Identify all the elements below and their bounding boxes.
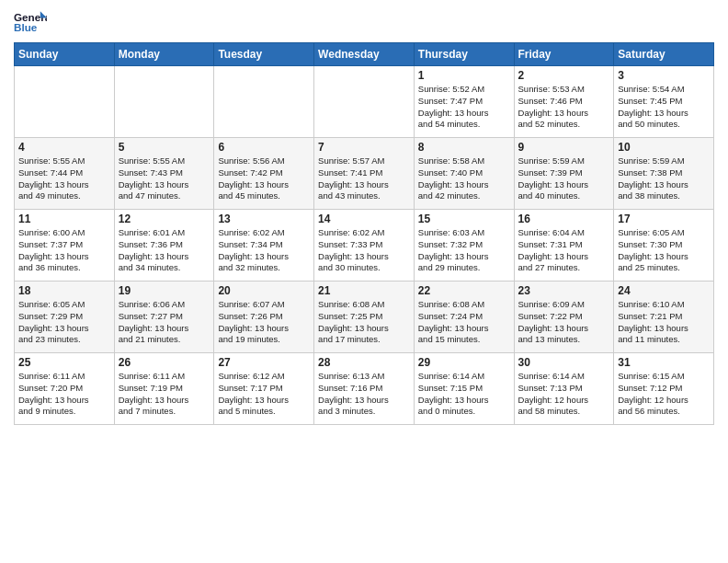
cell-info: Daylight: 13 hours (318, 395, 410, 407)
cell-info: Sunrise: 6:03 AM (418, 227, 510, 239)
cell-info: and 52 minutes. (518, 119, 610, 131)
calendar-cell: 7Sunrise: 5:57 AMSunset: 7:41 PMDaylight… (314, 138, 415, 210)
cell-info: Daylight: 12 hours (518, 395, 610, 407)
cell-info: Daylight: 13 hours (218, 395, 310, 407)
day-number: 31 (618, 356, 710, 369)
cell-info: Daylight: 13 hours (18, 323, 110, 335)
cell-info: Daylight: 13 hours (318, 179, 410, 191)
cell-info: Sunset: 7:33 PM (318, 239, 410, 251)
calendar-cell: 18Sunrise: 6:05 AMSunset: 7:29 PMDayligh… (15, 282, 115, 353)
cell-info: and 0 minutes. (418, 406, 510, 418)
cell-info: Sunset: 7:20 PM (18, 383, 110, 395)
day-of-week-header: Saturday (614, 43, 714, 66)
cell-info: Sunrise: 5:55 AM (119, 155, 210, 167)
svg-text:Blue: Blue (14, 21, 38, 33)
cell-info: Daylight: 13 hours (418, 108, 510, 120)
calendar-cell: 11Sunrise: 6:00 AMSunset: 7:37 PMDayligh… (15, 210, 115, 282)
day-number: 28 (318, 356, 410, 369)
logo-icon: General Blue (14, 9, 47, 35)
cell-info: Sunrise: 6:05 AM (18, 299, 110, 311)
cell-info: and 7 minutes. (119, 406, 210, 418)
day-number: 2 (518, 69, 610, 82)
day-number: 1 (418, 69, 510, 82)
day-of-week-header: Monday (114, 43, 214, 66)
cell-info: Sunset: 7:36 PM (119, 239, 210, 251)
cell-info: Sunrise: 6:08 AM (418, 299, 510, 311)
day-number: 30 (518, 356, 610, 369)
cell-info: Sunrise: 6:09 AM (518, 299, 610, 311)
cell-info: Daylight: 13 hours (218, 179, 310, 191)
cell-info: Sunrise: 6:15 AM (618, 371, 710, 383)
cell-info: Sunset: 7:30 PM (618, 239, 710, 251)
cell-info: and 13 minutes. (518, 334, 610, 346)
cell-info: and 21 minutes. (119, 334, 210, 346)
cell-info: and 27 minutes. (518, 262, 610, 274)
calendar-cell: 27Sunrise: 6:12 AMSunset: 7:17 PMDayligh… (214, 353, 314, 425)
cell-info: and 50 minutes. (618, 119, 710, 131)
cell-info: Sunset: 7:29 PM (18, 311, 110, 323)
page: General Blue SundayMondayTuesdayWednesda… (0, 0, 728, 434)
calendar-cell: 19Sunrise: 6:06 AMSunset: 7:27 PMDayligh… (114, 282, 214, 353)
cell-info: and 15 minutes. (418, 334, 510, 346)
cell-info: Sunset: 7:17 PM (218, 383, 310, 395)
cell-info: Daylight: 12 hours (618, 395, 710, 407)
week-row: 4Sunrise: 5:55 AMSunset: 7:44 PMDaylight… (15, 138, 714, 210)
cell-info: Sunrise: 5:57 AM (318, 155, 410, 167)
cell-info: and 30 minutes. (318, 262, 410, 274)
cell-info: Sunrise: 5:52 AM (418, 84, 510, 96)
calendar-cell (114, 66, 214, 138)
cell-info: and 40 minutes. (518, 190, 610, 202)
cell-info: Sunset: 7:31 PM (518, 239, 610, 251)
calendar-cell: 25Sunrise: 6:11 AMSunset: 7:20 PMDayligh… (15, 353, 115, 425)
day-number: 20 (218, 284, 310, 297)
logo: General Blue (14, 9, 47, 35)
cell-info: Sunset: 7:27 PM (119, 311, 210, 323)
day-number: 6 (218, 141, 310, 154)
cell-info: and 3 minutes. (318, 406, 410, 418)
cell-info: and 56 minutes. (618, 406, 710, 418)
cell-info: Sunrise: 5:53 AM (518, 84, 610, 96)
cell-info: Sunrise: 5:59 AM (518, 155, 610, 167)
week-row: 1Sunrise: 5:52 AMSunset: 7:47 PMDaylight… (15, 66, 714, 138)
day-number: 24 (618, 284, 710, 297)
day-number: 9 (518, 141, 610, 154)
cell-info: and 58 minutes. (518, 406, 610, 418)
calendar-cell: 15Sunrise: 6:03 AMSunset: 7:32 PMDayligh… (414, 210, 514, 282)
day-of-week-header: Tuesday (214, 43, 314, 66)
cell-info: Sunset: 7:45 PM (618, 96, 710, 108)
cell-info: Sunset: 7:44 PM (18, 167, 110, 179)
week-row: 25Sunrise: 6:11 AMSunset: 7:20 PMDayligh… (15, 353, 714, 425)
cell-info: Daylight: 13 hours (418, 395, 510, 407)
day-number: 11 (18, 213, 110, 225)
day-of-week-header: Sunday (15, 43, 115, 66)
day-number: 12 (119, 213, 210, 225)
cell-info: Daylight: 13 hours (618, 108, 710, 120)
cell-info: Sunset: 7:26 PM (218, 311, 310, 323)
cell-info: and 5 minutes. (218, 406, 310, 418)
calendar-cell (214, 66, 314, 138)
cell-info: and 54 minutes. (418, 119, 510, 131)
cell-info: Daylight: 13 hours (119, 179, 210, 191)
cell-info: Sunrise: 5:55 AM (18, 155, 110, 167)
cell-info: Sunrise: 6:10 AM (618, 299, 710, 311)
cell-info: Sunset: 7:15 PM (418, 383, 510, 395)
cell-info: Daylight: 13 hours (418, 251, 510, 263)
day-number: 14 (318, 213, 410, 225)
cell-info: Daylight: 13 hours (318, 323, 410, 335)
day-number: 23 (518, 284, 610, 297)
cell-info: Sunrise: 6:11 AM (119, 371, 210, 383)
calendar-table: SundayMondayTuesdayWednesdayThursdayFrid… (14, 42, 714, 425)
cell-info: Daylight: 13 hours (18, 251, 110, 263)
calendar-cell: 22Sunrise: 6:08 AMSunset: 7:24 PMDayligh… (414, 282, 514, 353)
day-number: 29 (418, 356, 510, 369)
cell-info: Daylight: 13 hours (119, 251, 210, 263)
cell-info: Sunrise: 6:11 AM (18, 371, 110, 383)
day-number: 8 (418, 141, 510, 154)
cell-info: Daylight: 13 hours (618, 179, 710, 191)
day-number: 7 (318, 141, 410, 154)
calendar-cell: 3Sunrise: 5:54 AMSunset: 7:45 PMDaylight… (614, 66, 714, 138)
cell-info: Sunrise: 5:56 AM (218, 155, 310, 167)
day-number: 22 (418, 284, 510, 297)
day-number: 3 (618, 69, 710, 82)
cell-info: Sunrise: 5:59 AM (618, 155, 710, 167)
